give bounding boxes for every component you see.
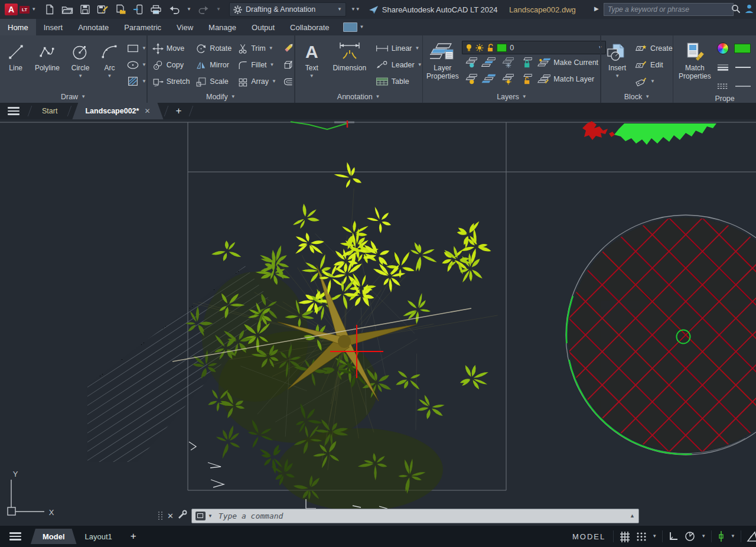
search-expand-icon[interactable]: ▶ xyxy=(594,5,599,12)
tab-parametric[interactable]: Parametric xyxy=(116,19,169,35)
polar-tracking-button[interactable] xyxy=(684,530,696,542)
dimension-button[interactable]: Dimension xyxy=(328,38,371,90)
open-file-button[interactable] xyxy=(61,4,73,15)
layer-unlock-button[interactable] xyxy=(517,73,533,85)
close-tab-icon[interactable]: ✕ xyxy=(144,107,150,115)
block-attributes-button[interactable]: ▼ xyxy=(634,73,673,90)
arc-button[interactable]: Arc ▼ xyxy=(98,38,121,90)
draw-panel-label[interactable]: Draw▼ xyxy=(0,90,146,103)
layer-on-button[interactable] xyxy=(462,73,478,85)
tab-collaborate[interactable]: Collaborate xyxy=(282,19,337,35)
mirror-button[interactable]: Mirror xyxy=(195,57,232,73)
lineweight-button[interactable] xyxy=(717,59,751,76)
account-icon[interactable] xyxy=(744,4,754,16)
layer-isolate-button[interactable] xyxy=(480,57,496,69)
table-button[interactable]: Table xyxy=(376,73,422,90)
tab-output[interactable]: Output xyxy=(244,19,282,35)
polar-caret-icon[interactable]: ▼ xyxy=(701,534,706,539)
tab-insert[interactable]: Insert xyxy=(36,19,71,35)
redo-dropdown-caret-icon[interactable]: ▼ xyxy=(216,7,221,12)
modify-panel-label[interactable]: Modify▼ xyxy=(148,90,294,103)
properties-panel-label[interactable]: Prope xyxy=(673,95,756,103)
save-button[interactable] xyxy=(80,4,90,15)
make-current-button[interactable]: Make Current xyxy=(537,57,598,68)
snap-mode-button[interactable] xyxy=(636,531,647,542)
create-block-button[interactable]: Create xyxy=(634,40,673,57)
annotation-panel-label[interactable]: Annotation▼ xyxy=(295,90,422,103)
command-expand-icon[interactable]: ▲ xyxy=(630,513,635,519)
insert-caret-icon[interactable]: ▼ xyxy=(615,74,620,79)
linetype-button[interactable] xyxy=(717,78,751,95)
layer-off-button[interactable] xyxy=(462,57,478,69)
tab-annotate[interactable]: Annotate xyxy=(70,19,116,35)
new-drawing-tab-button[interactable]: + xyxy=(169,103,189,119)
rotate-button[interactable]: Rotate xyxy=(195,40,232,57)
grid-display-button[interactable] xyxy=(619,530,631,542)
ribbon-options-button[interactable]: ▼ xyxy=(343,19,364,35)
layer-select[interactable]: 0 ▼ xyxy=(462,41,606,54)
layer-unisolate-button[interactable] xyxy=(480,73,496,85)
fillet-caret-icon[interactable]: ▼ xyxy=(270,63,275,67)
hatch-caret-icon[interactable]: ▼ xyxy=(142,79,146,84)
arc-dropdown-caret-icon[interactable]: ▼ xyxy=(107,74,112,79)
undo-dropdown-caret-icon[interactable]: ▼ xyxy=(187,7,191,12)
layer-lock-button[interactable] xyxy=(517,57,533,69)
web-mobile-button[interactable] xyxy=(133,4,144,15)
hatch-button[interactable]: ▼ xyxy=(126,73,146,90)
tab-view[interactable]: View xyxy=(169,19,201,35)
redo-button[interactable] xyxy=(198,5,210,15)
array-caret-icon[interactable]: ▼ xyxy=(272,79,276,84)
block-panel-label[interactable]: Block▼ xyxy=(601,90,673,103)
circle-button[interactable]: Circle ▼ xyxy=(66,38,94,90)
leader-button[interactable]: Leader▼ xyxy=(376,57,422,73)
drawing-area[interactable]: YX xyxy=(0,119,756,526)
match-layer-button[interactable]: Match Layer xyxy=(537,74,594,84)
rectangle-button[interactable]: ▼ xyxy=(126,40,146,57)
stretch-button[interactable]: Stretch xyxy=(152,73,190,90)
plot-button[interactable] xyxy=(150,4,162,15)
line-button[interactable]: Line xyxy=(4,38,28,90)
fillet-button[interactable]: Fillet▼ xyxy=(237,57,276,73)
attributes-caret-icon[interactable]: ▼ xyxy=(650,79,655,84)
search-input[interactable] xyxy=(604,3,734,16)
start-tab[interactable]: Start xyxy=(32,103,67,119)
layout-menu-button[interactable] xyxy=(0,530,31,542)
copy-button[interactable]: Copy xyxy=(152,57,190,73)
app-menu-button[interactable]: A LT ▼ xyxy=(5,4,36,15)
command-drag-grip[interactable] xyxy=(158,512,163,520)
layout1-tab[interactable]: Layout1 xyxy=(77,529,120,544)
scale-button[interactable]: Scale xyxy=(195,73,232,90)
polyline-button[interactable]: Polyline xyxy=(31,38,63,90)
tab-home[interactable]: Home xyxy=(0,19,36,35)
rectangle-caret-icon[interactable]: ▼ xyxy=(142,46,146,51)
edit-block-button[interactable]: Edit xyxy=(634,57,673,73)
command-history-caret-icon[interactable]: ▼ xyxy=(208,513,213,519)
array-button[interactable]: Array▼ xyxy=(237,73,276,90)
layers-panel-label[interactable]: Layers▼ xyxy=(423,90,600,103)
text-caret-icon[interactable]: ▼ xyxy=(309,74,314,79)
ellipse-caret-icon[interactable]: ▼ xyxy=(142,63,146,67)
layer-properties-button[interactable]: Layer Properties xyxy=(425,38,460,90)
snap-caret-icon[interactable]: ▼ xyxy=(652,534,657,539)
command-customize-wrench-icon[interactable] xyxy=(178,510,187,522)
object-color-button[interactable] xyxy=(717,40,751,57)
annotation-scale-button[interactable] xyxy=(747,530,756,542)
tab-manage[interactable]: Manage xyxy=(201,19,244,35)
layer-thaw-button[interactable] xyxy=(498,73,514,85)
publish-button[interactable] xyxy=(115,4,126,15)
circle-dropdown-caret-icon[interactable]: ▼ xyxy=(78,74,83,79)
ortho-mode-button[interactable] xyxy=(668,531,679,542)
workspace-select[interactable]: Drafting & Annotation ▼ xyxy=(229,2,346,17)
layer-freeze-button[interactable] xyxy=(498,57,514,69)
command-input[interactable]: ▼ Type a command ▲ xyxy=(191,509,639,523)
explode-button[interactable] xyxy=(282,57,294,73)
command-close-icon[interactable]: ✕ xyxy=(167,512,174,520)
model-space-badge[interactable]: MODEL xyxy=(572,532,605,541)
model-tab[interactable]: Model xyxy=(31,529,77,544)
document-tab[interactable]: Landscape002* ✕ xyxy=(72,103,163,119)
text-button[interactable]: A Text ▼ xyxy=(300,38,324,90)
linear-dimension-button[interactable]: Linear▼ xyxy=(376,40,422,57)
undo-button[interactable] xyxy=(168,5,180,15)
trim-caret-icon[interactable]: ▼ xyxy=(269,46,273,51)
save-as-button[interactable] xyxy=(97,4,109,15)
